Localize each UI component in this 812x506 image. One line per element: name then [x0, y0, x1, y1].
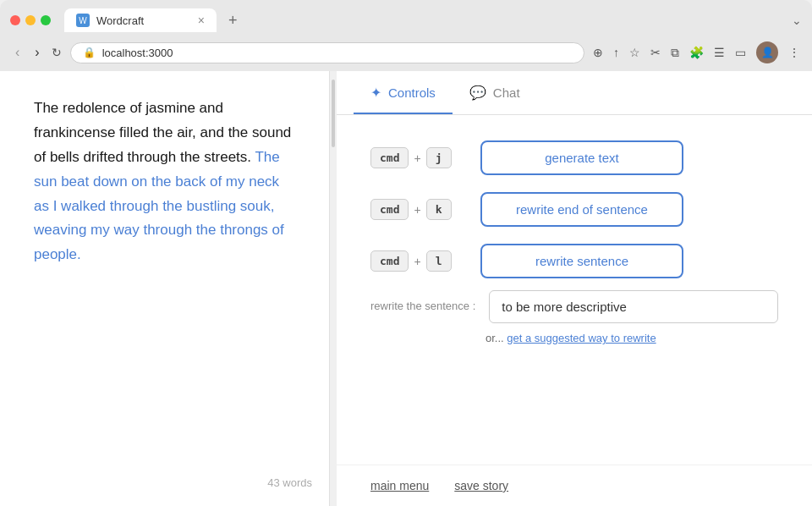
suggested-rewrite-link[interactable]: get a suggested way to rewrite — [507, 332, 656, 344]
rewrite-label: rewrite the sentence : — [370, 290, 475, 314]
reading-mode-icon[interactable]: ☰ — [714, 46, 725, 59]
l-key: l — [426, 250, 452, 272]
kbd-group-1: cmd + j — [370, 147, 472, 168]
main-content: The redolence of jasmine and frankincens… — [0, 71, 812, 506]
refresh-button[interactable]: ↻ — [52, 46, 62, 59]
rewrite-input[interactable] — [489, 290, 778, 323]
tab-controls[interactable]: ✦ Controls — [354, 73, 453, 114]
fullscreen-window-button[interactable] — [41, 15, 51, 25]
copy-icon[interactable]: ⧉ — [671, 46, 679, 60]
or-row: or... get a suggested way to rewrite — [370, 332, 778, 344]
toolbar-icons: ⊕ ↑ ☆ ✂ ⧉ 🧩 ☰ ▭ 👤 ⋮ — [593, 41, 800, 63]
share-icon[interactable]: ↑ — [613, 46, 619, 59]
k-key: k — [426, 199, 452, 220]
close-window-button[interactable] — [10, 15, 20, 25]
address-bar: ‹ › ↻ 🔒 localhost:3000 ⊕ ↑ ☆ ✂ ⧉ 🧩 ☰ ▭ 👤… — [0, 34, 812, 71]
plus-sign-1: + — [414, 151, 420, 165]
generate-text-button[interactable]: generate text — [480, 140, 683, 175]
tab-close-button[interactable]: × — [198, 14, 205, 27]
tab-chat[interactable]: 💬 Chat — [453, 73, 537, 114]
controls-body: cmd + j generate text cmd + k rewrite en… — [337, 115, 812, 465]
or-text: or... — [486, 332, 504, 344]
generate-text-row: cmd + j generate text — [370, 140, 778, 175]
back-button[interactable]: ‹ — [12, 43, 23, 62]
panel-tabs: ✦ Controls 💬 Chat — [337, 71, 812, 115]
controls-panel: ✦ Controls 💬 Chat cmd + j generate text — [337, 71, 812, 506]
avatar[interactable]: 👤 — [756, 41, 778, 63]
kbd-group-3: cmd + l — [370, 250, 472, 272]
extensions-icon[interactable]: 🧩 — [689, 46, 704, 59]
bookmark-icon[interactable]: ☆ — [629, 46, 640, 59]
browser-chrome: W Wordcraft × + ⌄ ‹ › ↻ 🔒 localhost:3000… — [0, 0, 812, 71]
editor-text[interactable]: The redolence of jasmine and frankincens… — [34, 96, 295, 267]
cmd-key-3: cmd — [370, 250, 409, 272]
save-story-link[interactable]: save story — [454, 479, 508, 492]
minimize-window-button[interactable] — [25, 15, 36, 25]
zoom-icon[interactable]: ⊕ — [593, 46, 603, 59]
split-view-icon[interactable]: ▭ — [735, 46, 746, 59]
rewrite-end-button[interactable]: rewrite end of sentence — [480, 192, 683, 227]
chevron-down-icon: ⌄ — [792, 14, 802, 27]
tab-controls-label: Controls — [388, 85, 436, 100]
rewrite-input-row: rewrite the sentence : — [370, 290, 778, 323]
spark-icon: ✦ — [370, 85, 381, 101]
chat-icon: 💬 — [469, 85, 486, 101]
url-text: localhost:3000 — [102, 47, 173, 59]
word-count: 43 words — [267, 476, 312, 489]
tab-favicon-icon: W — [76, 14, 90, 27]
plus-sign-3: + — [414, 255, 420, 268]
rewrite-end-row: cmd + k rewrite end of sentence — [370, 192, 778, 227]
cmd-key-1: cmd — [370, 147, 409, 168]
cmd-key-2: cmd — [370, 199, 409, 220]
tab-bar: W Wordcraft × + ⌄ — [0, 0, 812, 34]
scrollbar-area[interactable] — [330, 71, 337, 506]
main-menu-link[interactable]: main menu — [370, 479, 429, 492]
rewrite-sentence-button[interactable]: rewrite sentence — [480, 244, 683, 278]
rewrite-sentence-row: cmd + l rewrite sentence — [370, 244, 778, 278]
scrollbar-thumb[interactable] — [332, 80, 335, 147]
active-tab[interactable]: W Wordcraft × — [64, 8, 217, 32]
tab-title: Wordcraft — [96, 14, 144, 27]
url-bar[interactable]: 🔒 localhost:3000 — [70, 42, 584, 63]
lock-icon: 🔒 — [83, 47, 96, 58]
plus-sign-2: + — [414, 203, 420, 217]
tab-chat-label: Chat — [493, 85, 520, 100]
normal-text: The redolence of jasmine and frankincens… — [34, 100, 291, 165]
highlighted-text: The sun beat down on the back of my neck… — [34, 149, 284, 263]
forward-button[interactable]: › — [31, 43, 42, 62]
cut-icon[interactable]: ✂ — [650, 46, 661, 59]
new-tab-button[interactable]: + — [223, 12, 243, 30]
controls-footer: main menu save story — [337, 465, 812, 506]
editor-panel: The redolence of jasmine and frankincens… — [0, 71, 330, 506]
j-key: j — [426, 147, 452, 168]
traffic-lights — [10, 15, 51, 25]
menu-icon[interactable]: ⋮ — [788, 46, 800, 59]
kbd-group-2: cmd + k — [370, 199, 472, 220]
